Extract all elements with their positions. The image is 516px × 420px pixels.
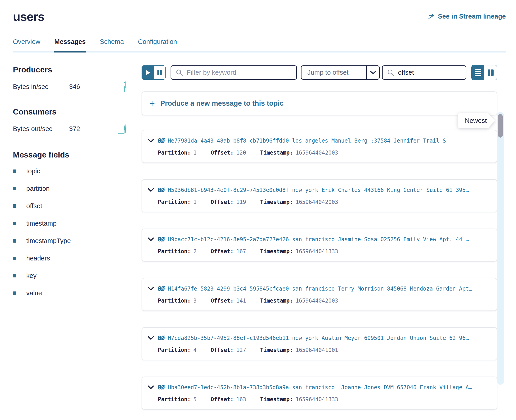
chevron-down-icon[interactable] [148,237,154,241]
chevron-down-icon[interactable] [148,139,154,143]
message-key-line: ØØ H7cda825b-35b7-4952-88ef-c193d546eb11… [148,334,493,341]
message-row[interactable]: ØØ H14fa67fe-5823-4299-b3c4-595845cfcae0… [142,278,497,311]
field-label: topic [26,167,40,175]
partition-label: Partition: [158,298,191,304]
message-row[interactable]: ØØ H7cda825b-35b7-4952-88ef-c193d546eb11… [142,327,497,360]
message-meta-line: Partition: 5 Offset: 163 Timestamp: 1659… [148,396,493,403]
message-field-item[interactable]: key [13,272,127,279]
jump-to-offset-select[interactable]: Jump to offset [301,65,380,80]
select-chevron-box[interactable] [366,66,379,79]
tab-bar: Overview Messages Schema Configuration [13,38,506,52]
partition-value: 4 [193,347,197,353]
partition-value: 2 [193,248,197,255]
timestamp-label: Timestamp: [260,248,293,255]
play-pause-control [142,65,166,80]
message-row[interactable]: ØØ He77981da-4a43-48ab-b8f8-cb71b96ffdd0… [142,130,497,163]
message-fields-heading: Message fields [13,150,127,159]
tab-overview[interactable]: Overview [13,38,40,52]
message-key: He77981da-4a43-48ab-b8f8-cb71b96ffdd0 lo… [168,138,493,144]
producers-sparkline [122,81,127,93]
play-icon [146,70,150,75]
split-view-icon [491,69,493,76]
timestamp-value: 1659644041333 [296,396,338,403]
bytes-out-label: Bytes out/sec [13,125,69,133]
message-row[interactable]: ØØ Hba30eed7-1edc-452b-8b1a-738d3b5d8a9a… [142,376,497,410]
partition-value: 1 [193,150,197,156]
message-field-item[interactable]: offset [13,202,127,210]
key-icon: ØØ [158,236,165,243]
offset-search-input[interactable]: offset [382,65,466,80]
offset-value: 163 [236,396,246,403]
key-icon: ØØ [158,384,165,391]
offset-label: Offset: [211,248,233,255]
chevron-down-icon[interactable] [148,188,154,192]
message-row[interactable]: ØØ H9bacc71c-b12c-4216-8e95-2a7da727e426… [142,229,497,262]
key-icon: ØØ [158,285,165,292]
pause-button[interactable] [154,66,165,79]
message-key-line: ØØ H5936db81-b943-4e0f-8c29-74513e0c0d8f… [148,187,493,194]
partition-label: Partition: [158,347,191,353]
offset-value: 141 [236,298,246,304]
messages-panel: Filter by keyword Jump to offset offset [127,52,516,420]
newest-tooltip: Newest [458,113,495,128]
message-meta-line: Partition: 1 Offset: 119 Timestamp: 1659… [148,199,493,205]
partition-label: Partition: [158,150,191,156]
lineage-arrows-icon [427,13,435,20]
search-icon [176,69,183,76]
field-label: timestamp [26,220,57,227]
partition-value: 3 [193,298,197,304]
timestamp-value: 1659644041333 [296,248,338,255]
play-button[interactable] [142,66,154,79]
offset-label: Offset: [211,298,233,304]
split-view-button[interactable] [484,65,497,80]
produce-message-button[interactable]: + Produce a new message to this topic [142,91,497,115]
message-meta-line: Partition: 4 Offset: 127 Timestamp: 1659… [148,347,493,353]
bytes-out-value: 372 [69,125,80,133]
message-field-item[interactable]: value [13,289,127,297]
offset-search-value: offset [398,69,414,76]
field-bullet-icon [13,187,16,190]
message-key: H5936db81-b943-4e0f-8c29-74513e0c0d8f ne… [168,187,493,193]
list-view-icon [475,71,481,72]
view-mode-toggle [471,65,497,80]
chevron-down-icon[interactable] [148,385,154,390]
key-icon: ØØ [158,137,165,144]
partition-value: 1 [193,199,197,205]
tab-schema[interactable]: Schema [100,38,124,52]
chevron-down-icon[interactable] [148,336,154,340]
key-icon: ØØ [158,334,165,341]
pause-icon [157,70,159,75]
chevron-down-icon[interactable] [148,287,154,291]
message-field-item[interactable]: timestampType [13,237,127,245]
tab-messages[interactable]: Messages [54,38,86,52]
filter-keyword-input[interactable]: Filter by keyword [170,65,297,80]
tooltip-arrow [488,113,495,128]
stream-lineage-link[interactable]: See in Stream lineage [427,13,506,20]
list-view-button[interactable] [472,65,484,80]
messages-toolbar: Filter by keyword Jump to offset offset [142,65,497,80]
tab-configuration[interactable]: Configuration [138,38,177,52]
plus-icon: + [149,99,155,108]
message-key: H7cda825b-35b7-4952-88ef-c193d546eb11 ne… [168,335,493,341]
scrollbar-track[interactable] [497,112,504,385]
scrollbar-thumb[interactable] [498,114,503,138]
offset-value: 167 [236,248,246,255]
sidebar: Producers Bytes in/sec 346 Consumers Byt… [13,52,127,420]
page-title: users [13,9,44,23]
message-field-item[interactable]: timestamp [13,220,127,227]
timestamp-label: Timestamp: [260,396,293,403]
produce-button-label: Produce a new message to this topic [160,99,284,107]
partition-label: Partition: [158,199,191,205]
field-label: value [26,289,42,297]
field-bullet-icon [13,170,16,173]
message-key: H14fa67fe-5823-4299-b3c4-595845cfcae0 sa… [168,285,493,292]
message-field-item[interactable]: partition [13,185,127,192]
message-meta-line: Partition: 3 Offset: 141 Timestamp: 1659… [148,298,493,304]
split-view-icon [488,69,490,76]
message-row[interactable]: ØØ H5936db81-b943-4e0f-8c29-74513e0c0d8f… [142,179,497,212]
list-view-icon [475,69,481,70]
key-icon: ØØ [158,187,165,194]
message-field-item[interactable]: headers [13,255,127,262]
message-field-item[interactable]: topic [13,167,127,175]
timestamp-label: Timestamp: [260,150,293,156]
